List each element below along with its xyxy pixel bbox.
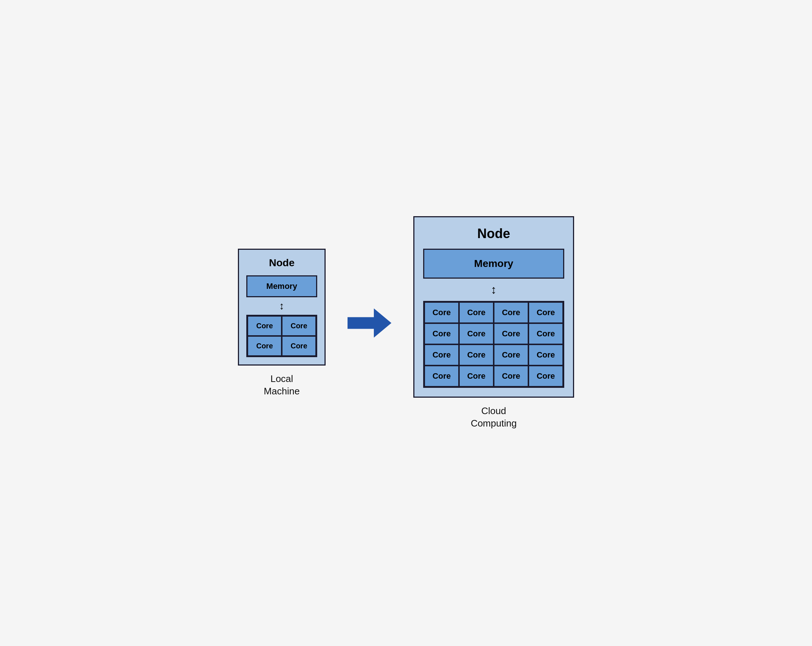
cloud-core-1: Core bbox=[424, 302, 459, 323]
local-core-3: Core bbox=[247, 336, 282, 356]
local-core-grid: Core Core Core Core bbox=[246, 315, 317, 357]
cloud-computing-label: CloudComputing bbox=[471, 405, 517, 430]
cloud-node-title: Node bbox=[477, 226, 510, 241]
local-memory-box: Memory bbox=[246, 275, 317, 297]
local-core-2: Core bbox=[282, 316, 316, 336]
cloud-core-13: Core bbox=[424, 366, 459, 387]
cloud-core-8: Core bbox=[528, 323, 563, 344]
cloud-core-grid: Core Core Core Core Core Core Core Core … bbox=[423, 301, 564, 388]
cloud-core-16: Core bbox=[528, 366, 563, 387]
cloud-core-11: Core bbox=[494, 344, 528, 366]
cloud-core-15: Core bbox=[494, 366, 528, 387]
cloud-core-3: Core bbox=[494, 302, 528, 323]
cloud-core-9: Core bbox=[424, 344, 459, 366]
diagram-container: Node Memory ↕ Core Core Core Core LocalM… bbox=[216, 194, 596, 452]
cloud-arrow-vertical: ↕ bbox=[491, 283, 497, 297]
cloud-memory-box: Memory bbox=[423, 249, 564, 279]
local-bidirectional-arrow: ↕ bbox=[279, 301, 284, 311]
local-node-title: Node bbox=[269, 257, 295, 269]
cloud-core-4: Core bbox=[528, 302, 563, 323]
cloud-node: Node Memory ↕ Core Core Core Core Core C… bbox=[413, 216, 574, 398]
cloud-core-14: Core bbox=[459, 366, 494, 387]
cloud-core-6: Core bbox=[459, 323, 494, 344]
right-arrow bbox=[348, 309, 391, 338]
local-node: Node Memory ↕ Core Core Core Core bbox=[238, 249, 326, 366]
cloud-section: Node Memory ↕ Core Core Core Core Core C… bbox=[413, 216, 574, 430]
local-machine-label: LocalMachine bbox=[264, 373, 300, 398]
cloud-core-10: Core bbox=[459, 344, 494, 366]
cloud-core-2: Core bbox=[459, 302, 494, 323]
cloud-core-12: Core bbox=[528, 344, 563, 366]
local-core-1: Core bbox=[247, 316, 282, 336]
cloud-core-5: Core bbox=[424, 323, 459, 344]
cloud-core-7: Core bbox=[494, 323, 528, 344]
local-arrow-vertical: ↕ bbox=[279, 301, 284, 311]
local-core-4: Core bbox=[282, 336, 316, 356]
local-machine-section: Node Memory ↕ Core Core Core Core LocalM… bbox=[238, 249, 326, 398]
right-arrow-shape bbox=[348, 309, 391, 338]
